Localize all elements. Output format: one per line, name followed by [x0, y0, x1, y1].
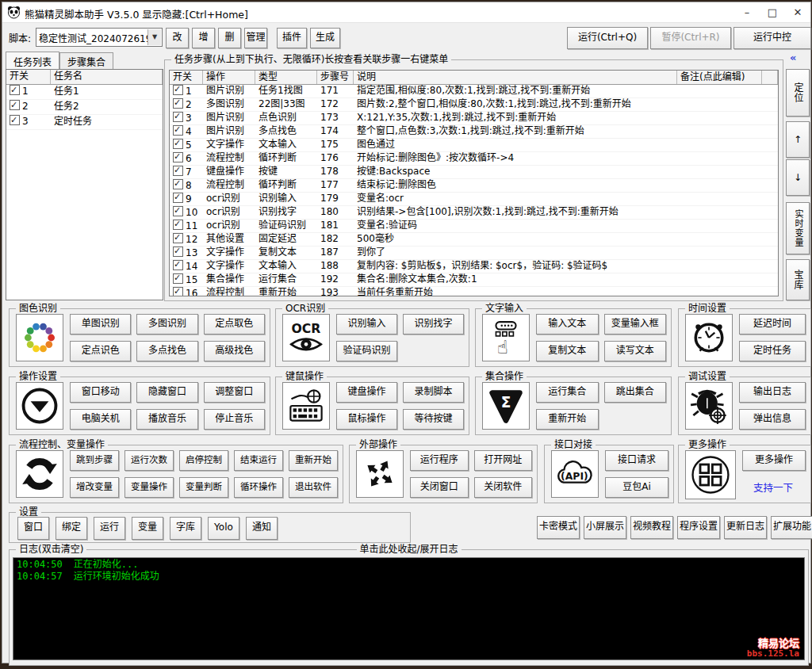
misc-button[interactable]: 卡密模式: [537, 516, 580, 539]
step-note[interactable]: [677, 125, 762, 138]
step-row[interactable]: 3 图片识别 点色识别 173 X:121,Y:35,次数:1,找到:跳过,找不…: [170, 112, 778, 125]
tab-task-list[interactable]: 任务列表: [6, 52, 59, 71]
task-enabled-checkbox[interactable]: [10, 115, 20, 125]
panel-button[interactable]: 延迟时间: [739, 314, 806, 334]
step-enabled-checkbox[interactable]: [173, 273, 183, 284]
step-row[interactable]: 10 ocr识别 识别找字 180 识别结果->包含[100],识别次数:1,找…: [170, 206, 778, 220]
panel-button[interactable]: 多图识别: [136, 314, 197, 334]
panel-button[interactable]: 读写文本: [604, 341, 667, 361]
task-enabled-checkbox[interactable]: [10, 85, 20, 95]
step-enabled-checkbox[interactable]: [173, 287, 183, 296]
panel-button[interactable]: 识别找字: [403, 314, 464, 334]
panel-button[interactable]: 打开网址: [474, 450, 533, 471]
step-row[interactable]: 1 图片识别 任务1找图 171 指定范围,相似度:80,次数:1,找到:跳过,…: [170, 85, 778, 98]
step-note[interactable]: [677, 179, 762, 192]
step-note[interactable]: [677, 85, 762, 97]
run-button[interactable]: 运行(Ctrl+Q): [567, 27, 648, 49]
task-row[interactable]: 1 任务1: [6, 85, 163, 100]
log-toggle[interactable]: 单击此处收起/展开日志: [356, 544, 461, 556]
collapse-chevron-icon[interactable]: «: [790, 52, 795, 63]
panel-button[interactable]: 复制文本: [536, 341, 599, 361]
panel-button[interactable]: 播放音乐: [136, 409, 197, 430]
panel-button[interactable]: 关闭窗口: [410, 477, 469, 498]
panel-button[interactable]: 退出软件: [289, 477, 338, 498]
step-row[interactable]: 11 ocr识别 验证码识别 181 变量名:验证码: [170, 220, 778, 233]
step-note[interactable]: [677, 260, 762, 273]
panel-button[interactable]: 运行程序: [410, 450, 469, 471]
step-note[interactable]: [677, 273, 762, 286]
panel-button[interactable]: 输入文本: [536, 314, 599, 334]
step-row[interactable]: 7 键盘操作 按键 178 按键:Backspace: [170, 166, 778, 179]
panel-button[interactable]: 重新开始: [289, 450, 338, 471]
step-enabled-checkbox[interactable]: [173, 233, 183, 243]
step-enabled-checkbox[interactable]: [173, 125, 183, 136]
step-row[interactable]: 9 ocr识别 识别输入 179 变量名:ocr: [170, 193, 778, 206]
panel-button[interactable]: 循环操作: [234, 477, 283, 498]
panel-button[interactable]: 增改变量: [70, 477, 119, 498]
panel-button[interactable]: 电脑关机: [70, 409, 131, 430]
panel-button[interactable]: 停止音乐: [204, 409, 265, 430]
panel-button[interactable]: 接口请求: [605, 450, 668, 471]
panel-button[interactable]: 启停控制: [179, 450, 228, 471]
settings-button[interactable]: 运行: [94, 517, 125, 540]
step-note[interactable]: [677, 139, 762, 151]
step-note[interactable]: [677, 247, 762, 259]
step-row[interactable]: 6 流程控制 循环判断 176 开始标记:删除图色》:按次数循环->4: [170, 152, 778, 166]
panel-button[interactable]: 定点取色: [204, 314, 265, 334]
misc-button[interactable]: 视频教程: [630, 516, 673, 539]
panel-button[interactable]: 变量判断: [179, 477, 228, 498]
script-select[interactable]: 稳定性测试_2024072619191 ▼: [36, 28, 163, 47]
script-plugin-button[interactable]: 生成: [310, 28, 340, 48]
panel-button[interactable]: 运行次数: [124, 450, 174, 471]
step-row[interactable]: 4 图片识别 多点找色 174 整个窗口,点色数:3,次数:1,找到:跳过,找不…: [170, 125, 778, 139]
panel-button[interactable]: 高级找色: [204, 341, 265, 361]
step-enabled-checkbox[interactable]: [173, 166, 183, 176]
step-enabled-checkbox[interactable]: [173, 98, 183, 109]
panel-button[interactable]: 输出日志: [739, 382, 806, 403]
minimize-button[interactable]: –: [734, 2, 760, 22]
script-edit-button[interactable]: 删: [218, 28, 241, 48]
script-plugin-button[interactable]: 插件: [277, 28, 307, 48]
step-enabled-checkbox[interactable]: [173, 247, 183, 257]
step-note[interactable]: [677, 98, 762, 111]
panel-button[interactable]: 调整窗口: [204, 382, 265, 403]
step-enabled-checkbox[interactable]: [173, 85, 183, 95]
panel-button[interactable]: 鼠标操作: [336, 409, 397, 430]
panel-button[interactable]: 跳出集合: [604, 382, 667, 403]
panel-button[interactable]: 弹出信息: [739, 409, 806, 430]
step-enabled-checkbox[interactable]: [173, 179, 183, 189]
col-note[interactable]: 备注(点此编辑): [677, 71, 762, 84]
panel-button[interactable]: 验证码识别: [336, 341, 397, 361]
panel-button[interactable]: 多点找色: [136, 341, 197, 361]
step-row[interactable]: 12 其他设置 固定延迟 182 500毫秒: [170, 233, 778, 247]
central-control-button[interactable]: 运行中控: [733, 27, 811, 49]
step-enabled-checkbox[interactable]: [173, 206, 183, 216]
settings-button[interactable]: 变量: [132, 517, 163, 540]
script-edit-button[interactable]: 改: [166, 28, 189, 48]
panel-button[interactable]: 结束运行: [234, 450, 283, 471]
step-row[interactable]: 15 集合操作 运行集合 192 集合名:删除文本集合,次数:1: [170, 273, 778, 287]
move-down-button[interactable]: ↓: [786, 159, 810, 196]
misc-button[interactable]: 扩展功能: [771, 516, 812, 539]
misc-button[interactable]: 程序设置: [677, 516, 720, 539]
move-up-button[interactable]: ↑: [786, 121, 810, 158]
step-enabled-checkbox[interactable]: [173, 260, 183, 270]
panel-button[interactable]: 窗口移动: [70, 382, 131, 403]
script-edit-button[interactable]: 管理: [244, 28, 267, 48]
panel-button[interactable]: 单图识别: [70, 314, 131, 334]
step-note[interactable]: [677, 206, 762, 219]
misc-button[interactable]: 更新日志: [724, 516, 767, 539]
step-row[interactable]: 16 流程控制 重新开始 193 当前任务重新开始: [170, 287, 778, 296]
panel-button[interactable]: 隐藏窗口: [136, 382, 197, 403]
panel-button[interactable]: 重新开始: [536, 409, 599, 430]
panel-button[interactable]: 识别输入: [336, 314, 397, 334]
more-operations-button[interactable]: 更多操作: [742, 450, 806, 471]
log-legend[interactable]: 日志(双击清空): [16, 544, 86, 556]
panel-button[interactable]: 变量操作: [124, 477, 174, 498]
step-row[interactable]: 14 文字操作 文本输入 188 复制内容: $剪贴板$，识别结果: $ocr$…: [170, 260, 778, 273]
close-button[interactable]: ✕: [785, 2, 810, 22]
misc-button[interactable]: 小屏展示: [584, 516, 626, 539]
panel-button[interactable]: 豆包Ai: [605, 477, 668, 498]
step-note[interactable]: [677, 220, 762, 232]
panel-button[interactable]: 键盘操作: [336, 382, 397, 403]
